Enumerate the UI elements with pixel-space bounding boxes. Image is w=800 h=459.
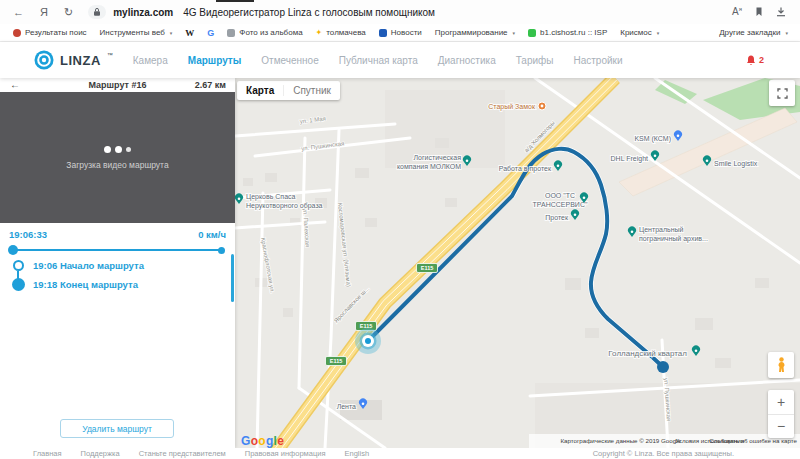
footer-link-legal[interactable]: Правовая информация [245, 449, 326, 458]
svg-text:Протек: Протек [545, 214, 569, 222]
svg-text:E115: E115 [360, 323, 373, 329]
map-canvas[interactable]: E115 E115 E115 ул. 1 Мая ул. Пушкинская … [235, 78, 800, 448]
bookmark-programming-folder[interactable]: Программирование▾ [435, 28, 515, 37]
svg-text:E115: E115 [330, 358, 343, 364]
other-bookmarks-button[interactable]: Другие закладки▾ [719, 28, 788, 37]
fullscreen-button[interactable] [769, 80, 795, 106]
bookmark-krismos-folder[interactable]: Крисмос▾ [620, 28, 659, 37]
nav-public-map[interactable]: Публичная карта [339, 55, 418, 66]
video-loading-text: Загрузка видео маршрута [66, 160, 168, 170]
svg-text:E115: E115 [421, 265, 434, 271]
nav-marked[interactable]: Отмеченное [261, 55, 318, 66]
app-header: LINZA™ Камера Маршруты Отмеченное Публич… [0, 42, 800, 78]
route-position-marker [355, 328, 381, 354]
reader-mode-icon[interactable]: Aя [732, 6, 742, 17]
zoom-in-button[interactable]: + [768, 390, 794, 415]
site-footer: Главная Поддержка Станьте представителем… [0, 448, 800, 459]
address-bar-page-title: 4G Видеорегистратор Linza с голосовым по… [183, 7, 435, 18]
google-logo[interactable]: Google [241, 434, 284, 448]
svg-text:Работа в протек: Работа в протек [499, 165, 552, 173]
ssl-lock-icon[interactable] [88, 5, 106, 19]
linza-logo[interactable]: LINZA™ [34, 50, 113, 70]
zoom-out-button[interactable]: − [768, 415, 794, 439]
svg-text:KSM (КСМ): KSM (КСМ) [634, 135, 671, 143]
svg-text:DHL Freight: DHL Freight [611, 155, 649, 163]
bookmark-favicon [227, 29, 235, 37]
bookmark-cishost[interactable]: b1.cishost.ru :: ISP [528, 28, 607, 37]
slider-handle[interactable] [8, 245, 18, 255]
svg-text:Smile Logistix: Smile Logistix [714, 160, 758, 168]
bookmark-flag-icon[interactable] [755, 3, 763, 21]
route-sidebar: ← Маршрут #16 2.67 км Загрузка видео мар… [0, 78, 235, 448]
route-connector-line [17, 271, 19, 282]
svg-text:Лента: Лента [337, 403, 356, 410]
browser-home-icon[interactable]: Я [40, 6, 48, 18]
map-panel: E115 E115 E115 ул. 1 Мая ул. Пушкинская … [235, 78, 800, 448]
download-icon[interactable] [776, 3, 786, 21]
route-start-label: 19:06 Начало маршрута [33, 260, 144, 271]
footer-link-support[interactable]: Поддержка [81, 449, 120, 458]
main-nav: Камера Маршруты Отмеченное Публичная кар… [133, 55, 623, 66]
current-time: 19:06:33 [9, 229, 47, 240]
playback-timeline: 19:06:33 0 км/ч [0, 223, 235, 256]
bookmark-wikipedia[interactable]: W [185, 28, 194, 38]
zoom-control: + − [768, 390, 794, 438]
svg-text:Центральный: Центральный [639, 226, 684, 234]
bell-icon [746, 55, 756, 66]
nav-routes[interactable]: Маршруты [188, 55, 242, 66]
bookmark-tolmacheva[interactable]: ✦толмачева [316, 28, 366, 37]
slider-track[interactable] [9, 249, 222, 251]
bookmark-google[interactable]: G [207, 28, 214, 38]
svg-text:Старый Замок: Старый Замок [488, 103, 536, 111]
footer-link-home[interactable]: Главная [33, 449, 62, 458]
tab-strip-remnant [216, 0, 254, 2]
svg-text:Логистическая: Логистическая [413, 154, 461, 161]
address-bar-url[interactable]: mylinza.com [113, 7, 173, 18]
svg-text:Нерукотворного образа: Нерукотворного образа [246, 202, 323, 210]
current-speed: 0 км/ч [198, 229, 226, 240]
map-attribution-text: Картографические данные © 2019 Google [560, 437, 681, 444]
nav-settings[interactable]: Настройки [574, 55, 623, 66]
svg-text:ООО "ТС: ООО "ТС [545, 192, 575, 199]
chevron-down-icon: ▾ [657, 30, 660, 36]
route-distance: 2.67 км [195, 80, 226, 90]
sidebar-scrollbar[interactable] [231, 254, 234, 302]
route-start-icon [13, 260, 24, 271]
linza-logo-icon [34, 50, 54, 70]
footer-link-representative[interactable]: Станьте представителем [139, 449, 226, 458]
bookmark-tools-folder[interactable]: Инструменты веб▾ [100, 28, 173, 37]
refresh-icon[interactable]: ↻ [64, 6, 73, 19]
map-type-map-button[interactable]: Карта [237, 85, 284, 96]
route-header: ← Маршрут #16 2.67 км [0, 78, 235, 92]
svg-text:Церковь Спаса: Церковь Спаса [246, 193, 296, 201]
bookmark-favicon [379, 29, 387, 37]
chevron-down-icon: ▾ [513, 30, 516, 36]
back-icon[interactable]: ← [13, 6, 24, 18]
bookmark-favicon [13, 29, 21, 37]
poi-pin-icon [538, 102, 546, 110]
route-points-list: 19:06 Начало маршрута 19:18 Конец маршру… [0, 256, 235, 294]
pegman-button[interactable] [768, 352, 794, 378]
bookmark-results[interactable]: Результаты поис [13, 28, 87, 37]
map-type-satellite-button[interactable]: Спутник [284, 85, 340, 96]
nav-diagnostics[interactable]: Диагностика [438, 55, 496, 66]
notification-count-badge: 2 [759, 55, 764, 65]
bookmarks-bar: Результаты поис Инструменты веб▾ W G Фот… [0, 24, 800, 42]
nav-tariffs[interactable]: Тарифы [516, 55, 554, 66]
route-end-marker [657, 361, 669, 373]
loading-dots-icon [104, 146, 131, 153]
slider-end-dot [218, 247, 225, 254]
footer-copyright: Copyright © Linza. Все права защищены. [593, 449, 734, 458]
bookmark-news[interactable]: Новости [379, 28, 422, 37]
list-item[interactable]: 19:18 Конец маршрута [0, 275, 235, 294]
notifications-button[interactable]: 2 [746, 55, 764, 66]
fullscreen-icon [777, 88, 788, 99]
list-item[interactable]: 19:06 Начало маршрута [0, 256, 235, 275]
footer-link-language[interactable]: English [344, 449, 369, 458]
report-error-link[interactable]: Сообщить об ошибке на карте [709, 437, 797, 444]
bookmark-photos[interactable]: Фото из альбома [227, 28, 302, 37]
delete-route-button[interactable]: Удалить маршрут [60, 419, 174, 438]
route-video-player[interactable]: Загрузка видео маршрута [0, 92, 235, 223]
nav-camera[interactable]: Камера [133, 55, 168, 66]
timeline-slider[interactable] [9, 244, 226, 256]
